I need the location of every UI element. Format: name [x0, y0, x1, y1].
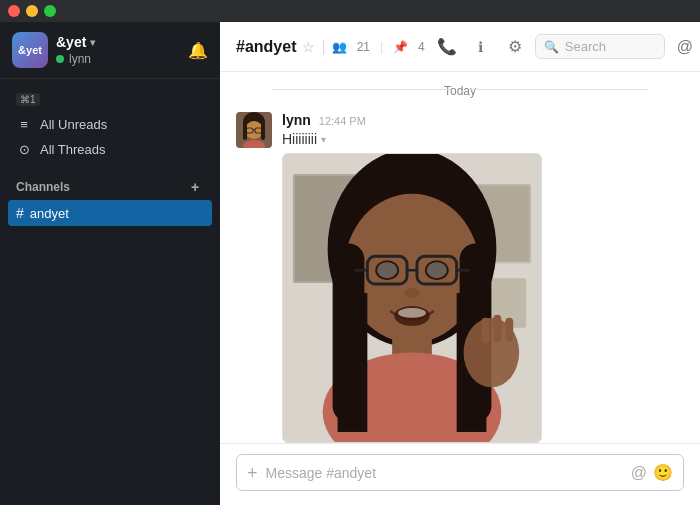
- sidebar-item-all-unreads[interactable]: ≡ All Unreads: [0, 112, 220, 137]
- pins-icon: 📌: [393, 40, 408, 54]
- search-icon: 🔍: [544, 40, 559, 54]
- message-body: Hiiiiiiii: [282, 131, 317, 147]
- emoji-icon[interactable]: 🙂: [653, 463, 673, 482]
- svg-rect-36: [481, 318, 489, 343]
- svg-rect-21: [338, 293, 368, 432]
- members-icon: 👥: [332, 40, 347, 54]
- channel-hash-icon: #: [16, 205, 24, 221]
- date-divider: Today: [236, 72, 684, 106]
- svg-rect-37: [493, 315, 501, 343]
- at-button[interactable]: @: [671, 33, 699, 61]
- svg-rect-6: [243, 122, 247, 140]
- message-header: lynn 12:44 PM: [282, 112, 684, 128]
- channel-header: #andyet ☆ | 👥 21 | 📌 4 📞 ℹ: [220, 22, 700, 72]
- info-icon: ℹ: [478, 39, 483, 55]
- timestamp: 12:44 PM: [319, 115, 366, 127]
- search-input[interactable]: [565, 39, 656, 54]
- sidebar-kbd: ⌘1: [0, 87, 220, 112]
- workspace-name[interactable]: &yet ▾: [56, 34, 180, 50]
- user-status: lynn: [56, 52, 180, 66]
- channels-label: Channels: [16, 180, 70, 194]
- workspace-info: &yet ▾ lynn: [56, 34, 180, 66]
- message-input-area: + @ 🙂: [220, 443, 700, 505]
- channel-title: #andyet: [236, 38, 296, 56]
- sidebar-header: &yet &yet ▾ lynn 🔔: [0, 22, 220, 79]
- unreads-icon: ≡: [16, 117, 32, 132]
- message-content: lynn 12:44 PM Hiiiiiiii ▾: [282, 112, 684, 443]
- phone-icon: 📞: [437, 37, 457, 56]
- message-photo: [282, 153, 542, 443]
- svg-point-31: [427, 262, 447, 278]
- svg-rect-38: [505, 318, 513, 342]
- message-input[interactable]: [266, 465, 623, 481]
- at-icon: @: [677, 38, 693, 56]
- pins-count: 4: [418, 40, 425, 54]
- svg-point-32: [404, 288, 420, 298]
- minimize-button[interactable]: [26, 5, 38, 17]
- date-label: Today: [444, 84, 476, 98]
- channel-title-area: #andyet ☆ | 👥 21 | 📌 4: [236, 38, 425, 56]
- workspace-chevron: ▾: [90, 37, 95, 48]
- star-channel-icon[interactable]: ☆: [302, 39, 315, 55]
- gear-icon: ⚙: [508, 37, 522, 56]
- bell-icon[interactable]: 🔔: [188, 41, 208, 60]
- title-bar: [0, 0, 700, 22]
- svg-rect-7: [261, 122, 265, 140]
- all-threads-label: All Threads: [40, 142, 106, 157]
- channel-item-andyet[interactable]: # andyet: [8, 200, 212, 226]
- messages-area[interactable]: Today: [220, 72, 700, 443]
- add-attachment-button[interactable]: +: [247, 464, 258, 482]
- avatar-img: [236, 112, 272, 148]
- gear-button[interactable]: ⚙: [501, 33, 529, 61]
- phone-button[interactable]: 📞: [433, 33, 461, 61]
- message-input-box: + @ 🙂: [236, 454, 684, 491]
- input-actions: @ 🙂: [631, 463, 673, 482]
- message-text: Hiiiiiiii ▾: [282, 131, 684, 147]
- threads-icon: ⊙: [16, 142, 32, 157]
- app-body: &yet &yet ▾ lynn 🔔 ⌘1 ≡ All Unreads: [0, 22, 700, 505]
- maximize-button[interactable]: [44, 5, 56, 17]
- sidebar-item-all-threads[interactable]: ⊙ All Threads: [0, 137, 220, 162]
- add-channel-button[interactable]: +: [186, 178, 204, 196]
- close-button[interactable]: [8, 5, 20, 17]
- info-button[interactable]: ℹ: [467, 33, 495, 61]
- all-unreads-label: All Unreads: [40, 117, 107, 132]
- channels-section-header: Channels +: [0, 170, 220, 200]
- members-count: 21: [357, 40, 370, 54]
- svg-point-34: [398, 308, 426, 318]
- main-content: #andyet ☆ | 👥 21 | 📌 4 📞 ℹ: [220, 22, 700, 505]
- message-dropdown-icon[interactable]: ▾: [321, 134, 326, 145]
- at-message-icon[interactable]: @: [631, 464, 647, 482]
- svg-point-30: [377, 262, 397, 278]
- status-dot-online: [56, 55, 64, 63]
- search-box[interactable]: 🔍: [535, 34, 665, 59]
- header-actions: 📞 ℹ ⚙ 🔍 @ ☆ ⋮: [433, 33, 700, 61]
- channel-name: andyet: [30, 206, 69, 221]
- sidebar: &yet &yet ▾ lynn 🔔 ⌘1 ≡ All Unreads: [0, 22, 220, 505]
- app-logo: &yet: [12, 32, 48, 68]
- sender-name: lynn: [282, 112, 311, 128]
- avatar: [236, 112, 272, 148]
- sidebar-nav: ⌘1 ≡ All Unreads ⊙ All Threads: [0, 79, 220, 170]
- user-name: lynn: [69, 52, 91, 66]
- message-item: lynn 12:44 PM Hiiiiiiii ▾: [236, 106, 684, 443]
- channel-meta: 👥 21 | 📌 4: [332, 40, 425, 54]
